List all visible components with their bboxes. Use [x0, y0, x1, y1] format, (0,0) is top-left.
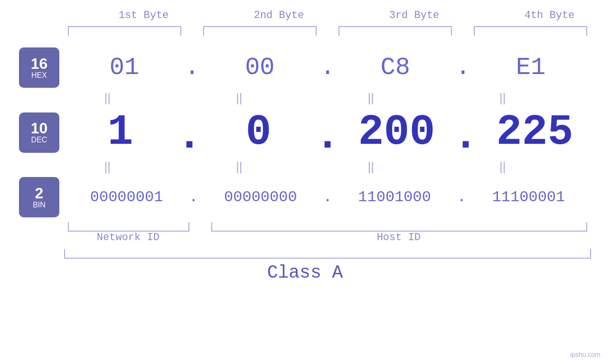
hex-byte-4: E1: [470, 54, 591, 82]
bin-dot-3: .: [457, 188, 466, 206]
dec-badge-label: DEC: [31, 136, 47, 144]
hex-badge-number: 16: [31, 56, 48, 71]
hex-dot-3: .: [456, 54, 470, 82]
hex-row: 16 HEX 01 . 00 . C8 . E1: [19, 47, 591, 88]
byte-header-2: 2nd Byte: [254, 9, 304, 21]
byte-headers-row: 1st Byte 2nd Byte 3rd Byte 4th Byte: [38, 9, 610, 21]
byte-header-2-wrapper: 2nd Byte: [218, 9, 339, 21]
host-id-bracket: [211, 222, 587, 232]
eq1-3: ||: [305, 91, 437, 105]
dec-dot-1: .: [177, 115, 202, 158]
top-brackets: [64, 26, 591, 36]
equals-row-2: || || || ||: [42, 159, 569, 174]
bin-byte-2: 00000000: [198, 188, 323, 206]
bin-byte-3: 11001000: [332, 188, 457, 206]
dec-byte-2: 0: [202, 108, 315, 157]
dec-row: 10 DEC 1 . 0 . 200 . 225: [19, 108, 591, 157]
top-bracket-1: [68, 26, 181, 36]
dec-badge-number: 10: [31, 121, 48, 136]
equals-row-1: || || || ||: [42, 91, 569, 105]
hex-dot-2: .: [320, 54, 335, 82]
dec-dot-2: .: [315, 115, 340, 158]
hex-byte-3: C8: [335, 54, 456, 82]
class-bracket: [64, 249, 591, 259]
eq2-3: ||: [305, 159, 437, 174]
byte-header-1-wrapper: 1st Byte: [83, 9, 204, 21]
byte-header-3-wrapper: 3rd Byte: [354, 9, 475, 21]
id-labels: Network ID Host ID: [64, 232, 591, 243]
host-id-label: Host ID: [206, 232, 591, 243]
hex-dot-1: .: [185, 54, 199, 82]
dec-byte-1: 1: [64, 108, 177, 157]
hex-badge-label: HEX: [31, 71, 47, 80]
hex-values-row: 01 . 00 . C8 . E1: [64, 54, 591, 82]
bin-byte-1: 00000001: [64, 188, 189, 206]
top-bracket-4: [474, 26, 587, 36]
eq1-1: ||: [42, 91, 174, 105]
byte-header-1: 1st Byte: [119, 9, 169, 21]
bin-row: 2 BIN 00000001 . 00000000 . 11001000 . 1…: [19, 177, 591, 217]
hex-badge: 16 HEX: [19, 47, 59, 88]
hex-byte-1: 01: [64, 54, 185, 82]
bin-badge-label: BIN: [33, 201, 46, 209]
bin-badge-number: 2: [35, 186, 44, 201]
eq1-2: ||: [173, 91, 305, 105]
dec-values-row: 1 . 0 . 200 . 225: [64, 108, 591, 157]
bin-values-row: 00000001 . 00000000 . 11001000 . 1110000…: [64, 188, 591, 206]
main-container: 1st Byte 2nd Byte 3rd Byte 4th Byte 16 H…: [0, 0, 610, 364]
bin-badge: 2 BIN: [19, 177, 59, 217]
hex-byte-2: 00: [199, 54, 320, 82]
bin-byte-4: 11100001: [466, 188, 591, 206]
class-label: Class A: [19, 262, 591, 283]
top-bracket-3: [338, 26, 452, 36]
network-id-label: Network ID: [64, 232, 192, 243]
byte-header-3: 3rd Byte: [389, 9, 440, 21]
eq2-4: ||: [437, 159, 569, 174]
bottom-brackets: [64, 222, 591, 232]
dec-dot-3: .: [453, 115, 479, 158]
bin-dot-2: .: [323, 188, 332, 206]
dec-byte-3: 200: [340, 108, 453, 157]
byte-header-4-wrapper: 4th Byte: [489, 9, 610, 21]
network-id-bracket: [68, 222, 189, 232]
dec-byte-4: 225: [479, 108, 591, 157]
watermark: ipshu.com: [570, 351, 601, 358]
eq2-2: ||: [173, 159, 305, 174]
dec-badge: 10 DEC: [19, 112, 59, 153]
bin-dot-1: .: [189, 188, 198, 206]
top-bracket-2: [203, 26, 317, 36]
byte-header-4: 4th Byte: [525, 9, 575, 21]
eq2-1: ||: [42, 159, 174, 174]
eq1-4: ||: [437, 91, 569, 105]
